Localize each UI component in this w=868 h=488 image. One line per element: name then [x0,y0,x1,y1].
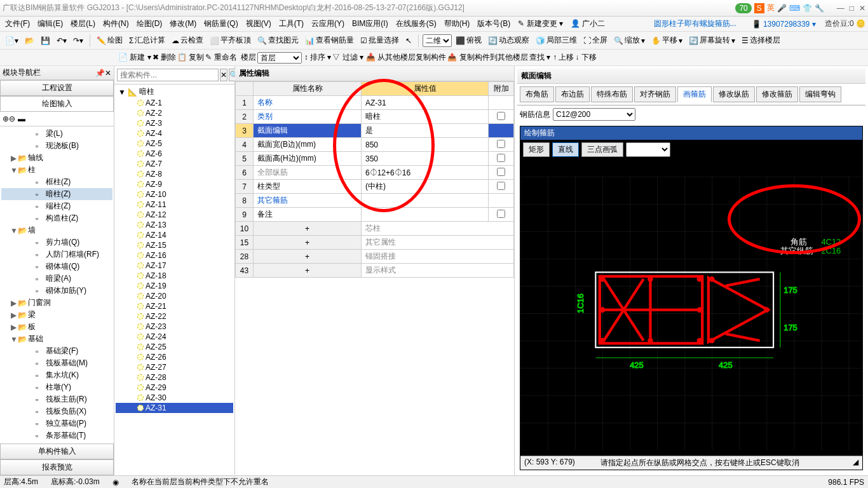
shape-rect-button[interactable]: 矩形 [523,142,550,157]
midtree-item[interactable]: AZ-24 [116,332,233,342]
nav-item[interactable]: ▫筏板负筋(X) [1,405,112,417]
prop-table[interactable]: 属性名称属性值附加 1名称AZ-312类别暗柱3截面编辑是4截面宽(B边)(mm… [235,81,514,475]
midtree-item[interactable]: AZ-8 [116,169,233,179]
draw-button[interactable]: ✏️绘图 [94,34,125,47]
prop-addcheck[interactable] [497,210,505,218]
canvas-resize-icon[interactable]: ◢ [853,458,858,468]
copy-to-button[interactable]: 📤 复制构件到其他楼层 [447,52,527,63]
menu-modify[interactable]: 修改(M) [167,17,199,30]
nav-item[interactable]: ▫柱墩(Y) [1,381,112,393]
batch-button[interactable]: ☑ 批量选择 [358,34,402,47]
new-file-icon[interactable]: 📄▾ [3,35,21,46]
midtree-item[interactable]: AZ-9 [116,179,233,189]
select-floor-button[interactable]: ☰ 选择楼层 [739,34,783,47]
midtree-item[interactable]: AZ-19 [116,281,233,291]
ime-tool-icon[interactable]: 🔧 [815,4,824,13]
nav-item[interactable]: ▫筏板基础(M) [1,357,112,369]
section-svg[interactable]: 175 175 425 425 1C16 角筋 4C12 其它纵筋 [520,159,862,467]
ime-kbd-icon[interactable]: ⌨ [789,4,800,13]
rotate-button[interactable]: 🔄 屏幕旋转 ▾ [686,34,738,47]
prop-row[interactable]: 9备注 [236,208,514,222]
midtree-item[interactable]: AZ-11 [116,200,233,210]
midtree-item[interactable]: AZ-22 [116,311,233,322]
midtree-item[interactable]: AZ-31 [116,403,233,413]
prop-addcheck[interactable] [497,140,505,148]
midtree-item[interactable]: AZ-18 [116,271,233,281]
nav-item[interactable]: ▫砌体墙(Q) [1,261,112,273]
sort-button[interactable]: ↕ 排序 ▾ [304,52,332,63]
midtree-item[interactable]: AZ-13 [116,220,233,230]
prop-row[interactable]: 15+其它属性 [236,236,514,250]
local3d-button[interactable]: 🧊 局部三维 [533,34,580,47]
midtree-root[interactable]: ▼📐 暗柱 [116,86,233,98]
section-tab[interactable]: 特殊布筋 [591,86,633,102]
nav-item[interactable]: ▫构造柱(Z) [1,212,112,224]
maximize-icon[interactable]: □ [850,4,854,13]
menu-rebar[interactable]: 钢筋量(Q) [201,17,240,30]
nav-item[interactable]: ▫砌体加筋(Y) [1,285,112,297]
redo-icon[interactable]: ↷▾ [71,35,86,46]
midtree-item[interactable]: AZ-1 [116,98,233,108]
menu-draw[interactable]: 绘图(D) [134,17,165,30]
midtree-item[interactable]: AZ-16 [116,250,233,261]
midtree-item[interactable]: AZ-5 [116,139,233,149]
sum-button[interactable]: Σ 汇总计算 [126,34,168,47]
midtree-item[interactable]: AZ-3 [116,118,233,128]
section-tab[interactable]: 布角筋 [520,86,554,102]
delete-button[interactable]: ✖ 删除 [153,52,176,63]
nav-item[interactable]: ▼📂柱 [1,164,112,176]
nav-item[interactable]: ▫暗柱(Z) [1,188,112,200]
nav-item[interactable]: ▶📂轴线 [1,152,112,164]
view-bar-button[interactable]: 📊 查看钢筋量 [302,34,356,47]
find-button[interactable]: 查找 ▾ [529,52,550,63]
tab-single-input[interactable]: 单构件输入 [0,444,114,459]
menu-view[interactable]: 视图(V) [243,17,274,30]
new-change-button[interactable]: ✎ 新建变更 ▾ [515,17,566,30]
tab-report[interactable]: 报表预览 [0,459,114,475]
open-icon[interactable]: 📂 [22,35,37,46]
find-img-button[interactable]: 🔍 查找图元 [255,34,301,47]
section-tab[interactable]: 布边筋 [555,86,590,102]
prop-row[interactable]: 2类别暗柱 [236,110,514,124]
nav-item[interactable]: ▫暗梁(A) [1,273,112,285]
section-canvas[interactable]: 绘制箍筋 矩形 直线 三点画弧 [520,126,863,470]
menu-bim[interactable]: BIM应用(I) [349,17,391,30]
midtree-item[interactable]: AZ-4 [116,128,233,139]
nav-item[interactable]: ▫剪力墙(Q) [1,236,112,248]
prop-row[interactable]: 6全部纵筋6⏀12+6⏀16 [236,166,514,180]
nav-item[interactable]: ▶📂门窗洞 [1,297,112,309]
section-tab[interactable]: 修改纵筋 [713,86,755,102]
rebar-info-select[interactable]: C12@200 [553,108,635,121]
undo-icon[interactable]: ↶▾ [54,35,69,46]
search-clear-button[interactable]: ✕ [220,69,227,81]
midtree-item[interactable]: AZ-20 [116,291,233,301]
nav-item[interactable]: ▶📂梁 [1,309,112,321]
tab-project-settings[interactable]: 工程设置 [0,80,114,96]
flat-button[interactable]: ⬜ 平齐板顶 [207,34,254,47]
prop-row[interactable]: 4截面宽(B边)(mm)850 [236,138,514,152]
nav-item[interactable]: ▫独立基础(P) [1,417,112,430]
nav-item[interactable]: ▼📂基础 [1,333,112,345]
prop-row[interactable]: 10+芯柱 [236,222,514,236]
midtree-item[interactable]: AZ-10 [116,189,233,200]
menu-edit[interactable]: 编辑(E) [35,17,65,30]
prop-row[interactable]: 8其它箍筋 [236,194,514,208]
dynamic-button[interactable]: 🔄 动态观察 [485,34,532,47]
prop-row[interactable]: 7柱类型(中柱) [236,180,514,194]
nav-item[interactable]: ▫基础梁(F) [1,345,112,357]
minimize-icon[interactable]: — [837,4,844,13]
menu-help[interactable]: 帮助(H) [442,17,473,30]
midtree-item[interactable]: AZ-23 [116,322,233,332]
filter-button[interactable]: ▽ 过滤 ▾ [332,52,363,63]
midtree-item[interactable]: AZ-27 [116,362,233,372]
section-tab[interactable]: 修改箍筋 [756,86,798,102]
move-up-button[interactable]: ↑ 上移 [553,52,574,63]
midtree-item[interactable]: AZ-28 [116,372,233,383]
prop-addcheck[interactable] [497,154,505,162]
nav-item[interactable]: ▫现浇板(B) [1,140,112,152]
menu-file[interactable]: 文件(F) [3,17,32,30]
line-button[interactable]: 直线 [552,142,579,157]
nav-item[interactable]: ▫条形基础(T) [1,430,112,442]
move-down-button[interactable]: ↓ 下移 [575,52,596,63]
tab-draw-input[interactable]: 绘图输入 [0,96,114,112]
